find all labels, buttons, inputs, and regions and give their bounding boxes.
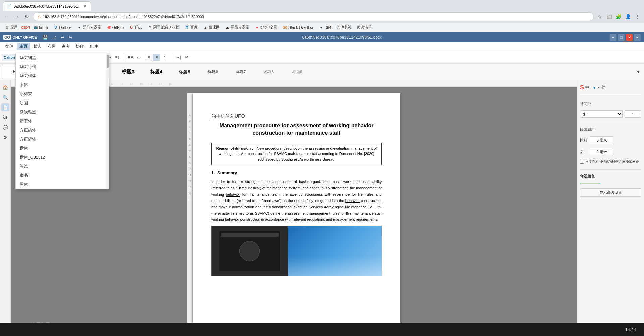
maximize-btn[interactable]: □ (618, 34, 625, 41)
rp-advanced-settings-btn[interactable]: 显示高级设置 (580, 188, 641, 197)
back-button[interactable]: ← (3, 13, 11, 21)
left-panel-settings-btn[interactable]: ⚙ (1, 133, 9, 142)
font-item-xiaobiaosong[interactable]: 小标宋 (16, 90, 109, 99)
menu-insert[interactable]: 插入 (31, 43, 44, 50)
bookmark-apps[interactable]: ⊞ 应用 (3, 24, 20, 31)
sogou-jian-btn[interactable]: 简 (602, 85, 606, 90)
heimakeita-icon: ● (77, 25, 82, 30)
forward-button[interactable]: → (13, 13, 21, 21)
style-h7[interactable]: 标题7 (227, 65, 254, 79)
bookmark-imooc[interactable]: ▲ 慕课网 (201, 24, 222, 31)
rp-before-input[interactable] (590, 136, 613, 144)
extensions-btn[interactable]: 🧩 (614, 13, 623, 21)
undo-icon[interactable]: ↩ (59, 34, 66, 41)
tab-close-btn[interactable]: ✕ (83, 4, 87, 9)
font-dropdown-scrollbar[interactable] (106, 87, 109, 189)
rp-color-swatch[interactable] (580, 183, 600, 184)
onlyoffice-app: OO ONLY OFFICE 💾 🖨 ↩ ↪ 0a6d56ec038a4c078… (0, 32, 644, 336)
left-panel-search-btn[interactable]: 🔍 (1, 93, 9, 101)
redo-icon[interactable]: ↪ (67, 34, 74, 41)
font-item-weiyahei[interactable]: 微软雅黑 (16, 108, 109, 117)
reader-mode-btn[interactable]: 📰 (605, 13, 613, 21)
font-item-lishu[interactable]: 隶书 (16, 171, 109, 180)
bookmark-php[interactable]: ● php中文网 (253, 24, 279, 31)
menu-layout[interactable]: 布局 (45, 43, 58, 50)
menu-collaborate[interactable]: 协作 (73, 43, 87, 50)
minimize-btn[interactable]: ─ (610, 34, 616, 41)
rp-line-spacing-value[interactable] (625, 110, 641, 118)
menu-home[interactable]: 主页 (17, 43, 30, 50)
font-item-fangzhengshuti[interactable]: 方正舒体 (16, 135, 109, 144)
doc-embedded-image (211, 226, 382, 276)
font-item-xinsongti[interactable]: 新宋体 (16, 117, 109, 126)
save-icon[interactable]: 💾 (41, 34, 49, 41)
left-panel-home-btn[interactable]: 🏠 (1, 83, 9, 91)
align-left-btn[interactable]: ≡ (145, 54, 152, 61)
style-h4[interactable]: 标题4 (143, 65, 170, 79)
sogou-zh-btn[interactable]: 中 (585, 85, 589, 90)
bookmark-github[interactable]: 🐙 GitHub (105, 24, 126, 31)
rp-line-spacing-select[interactable]: 多 单倍 1.5倍 2倍 (580, 110, 623, 118)
menu-btn[interactable]: ⋮ (633, 13, 641, 21)
style-h6[interactable]: 标题6 (199, 65, 226, 79)
active-tab[interactable]: 📄 0a6d56ec038a4c078be3311421095f51.docx … (3, 1, 91, 11)
font-item-fangzhengyaoti[interactable]: 方正姚体 (16, 126, 109, 135)
style-h9[interactable]: 标题9 (284, 65, 311, 79)
clear-format-btn[interactable]: ✖A (127, 54, 134, 61)
list-settings-btn[interactable]: ≡↓ (114, 54, 121, 61)
left-panel-chat-btn[interactable]: 💬 (1, 123, 9, 131)
expand-btn[interactable]: ≡ (634, 34, 641, 41)
refresh-button[interactable]: ↻ (23, 13, 31, 21)
document-scroll[interactable]: 123456789101112131415 华文细黑 华文行楷 华文楷体 宋体 … (11, 87, 577, 329)
bookmark-heimakeita[interactable]: ● 黑马云课堂 (75, 24, 103, 31)
bookmark-stackoverflow[interactable]: SO Stack Overflow (281, 24, 315, 31)
bookmark-outlook[interactable]: O Outlook (51, 24, 74, 31)
bookmark-star-btn[interactable]: ☆ (596, 13, 604, 21)
sogou-dot-btn[interactable]: · (591, 85, 592, 90)
left-panel-img-btn[interactable]: 🖼 (1, 113, 9, 121)
bookmark-wyyk[interactable]: ☁ 网易云课堂 (223, 24, 251, 31)
font-item-songti[interactable]: 宋体 (16, 87, 109, 90)
para-mark-btn[interactable]: ¶ (162, 54, 169, 61)
sogou-circle-btn[interactable]: ● (593, 85, 595, 90)
rp-para-spacing-label: 段落间距 (580, 128, 595, 132)
bookmark-reader[interactable]: 阅读清单 (355, 24, 374, 31)
font-item-dengxian[interactable]: 等线 (16, 162, 109, 171)
style-h5[interactable]: 标题5 (171, 65, 198, 79)
align-center-btn[interactable]: ≡ (153, 54, 160, 61)
bookmark-dft4[interactable]: ● Dft4 (317, 24, 333, 31)
bookmark-ali-mail[interactable]: M 阿里邮箱企业版 (146, 24, 181, 31)
rp-after-input[interactable] (590, 148, 613, 155)
rp-checkbox-row: 不要在相同样式的段落之间添加间距 (580, 159, 641, 164)
font-item-kaiti[interactable]: 楷体 (16, 144, 109, 153)
url-text: 192.168.2.172:25001/document/web/placeho… (43, 15, 204, 19)
sogou-cut-btn[interactable]: ✂ (597, 85, 600, 90)
left-panel-doc-btn[interactable]: 📄 (1, 103, 9, 111)
rp-same-style-checkbox[interactable] (580, 160, 584, 164)
font-item-kaiti-gb2312[interactable]: 楷体_GB2312 (16, 153, 109, 162)
tab-settings-btn[interactable]: →| (175, 54, 182, 61)
style-h5-label: 标题5 (179, 69, 190, 75)
bookmark-apps-label: 应用 (10, 25, 18, 30)
menu-file[interactable]: 文件 (3, 43, 16, 50)
mail-merge-btn[interactable]: ✉ (183, 54, 190, 61)
bookmark-bilibili[interactable]: 📺 bilibili (31, 24, 50, 31)
profile-btn[interactable]: 👤 (624, 13, 632, 21)
close-btn[interactable]: ✕ (626, 34, 633, 41)
style-h3[interactable]: 标题3 (115, 65, 142, 79)
font-item-youyuan[interactable]: 幼圆 (16, 99, 109, 108)
bookmark-other[interactable]: 其他书签 (335, 24, 354, 31)
bookmark-baidu[interactable]: 百 百度 (182, 24, 200, 31)
bookmark-csdn[interactable]: CSDN (21, 24, 30, 31)
font-item-heiti[interactable]: 黑体 (16, 180, 109, 189)
bookmark-maye[interactable]: G 码云 (127, 24, 144, 31)
address-bar[interactable]: ⚠ 192.168.2.172:25001/document/web/place… (33, 12, 594, 21)
text-box-btn[interactable]: ▭ (135, 54, 142, 61)
print-icon[interactable]: 🖨 (51, 34, 58, 41)
menu-components[interactable]: 组件 (87, 43, 101, 50)
rp-before-label: 以前 (580, 138, 588, 143)
font-dropdown-panel[interactable]: 华文细黑 华文行楷 华文楷体 宋体 小标宋 幼圆 微软雅黑 新宋体 方正姚体 方… (15, 87, 109, 189)
style-expand-btn[interactable]: ▼ (635, 68, 642, 76)
menu-reference[interactable]: 参考 (59, 43, 72, 50)
style-h8[interactable]: 标题8 (256, 65, 282, 79)
